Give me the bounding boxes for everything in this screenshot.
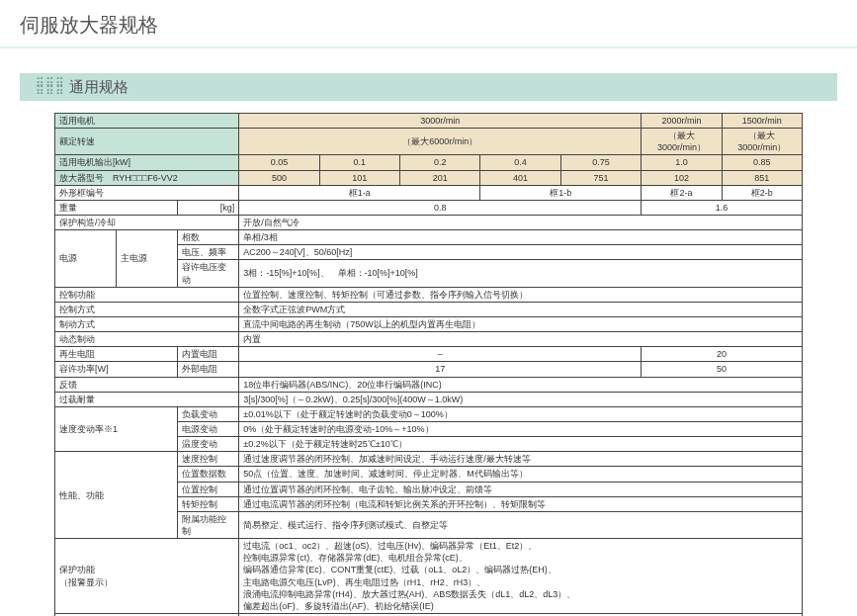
cell-auxfn-val: 简易整定、模式运行、指令序列测试模式、自整定等 — [239, 511, 803, 538]
cell-power-label: 适用电机输出[kW] — [55, 155, 239, 170]
cell-perf-label: 性能、功能 — [55, 452, 178, 539]
cell-overload-label: 过载耐量 — [55, 392, 239, 406]
cell-power-1: 0.1 — [319, 155, 399, 170]
cell-allowW-left: 17 — [239, 362, 642, 377]
cell-cool-label: 保护构造/冷却 — [55, 215, 239, 229]
cell-src-label: 电源 — [55, 230, 117, 288]
cell-amp-0: 500 — [239, 170, 319, 185]
cell-phase-label: 相数 — [178, 230, 239, 245]
cell-power-2: 0.2 — [400, 155, 480, 170]
cell-rated-2000: （最大3000r/min） — [642, 129, 722, 155]
cell-amp-5: 102 — [642, 170, 722, 185]
cell-pwrvar-val: 0%（处于额定转速时的电源变动-10%～+10%） — [239, 421, 803, 436]
cell-power-3: 0.4 — [480, 155, 560, 170]
cell-feedback-val: 18位串行编码器(ABS/INC)、20位串行编码器(INC) — [239, 377, 803, 392]
cell-speedvar-label: 速度变动率※1 — [55, 406, 178, 451]
cell-volt-val: AC200～240[V]、50/60[Hz] — [239, 245, 803, 260]
cell-weight-unit: [kg] — [178, 200, 239, 215]
cell-protect-val: 过电流（oc1、oc2）、超速(oS)、过电压(Hv)、编码器异常（Et1、Et… — [239, 539, 803, 614]
cell-feedback-label: 反馈 — [55, 377, 239, 392]
cell-brake-val: 直流中间电路的再生制动（750W以上的机型内置再生电阻） — [239, 316, 803, 331]
cell-allowW-right: 50 — [642, 362, 803, 377]
cell-loadvar-label: 负载变动 — [178, 406, 239, 421]
cell-amp-3: 401 — [480, 170, 560, 185]
cell-loadvar-val: ±0.01%以下（处于额定转速时的负载变动0～100%） — [239, 406, 803, 421]
cell-amp-2: 201 — [400, 170, 480, 185]
cell-amp-label: 放大器型号 RYH□□□F6-VV2 — [55, 170, 239, 185]
cell-phase-val: 单相/3相 — [239, 230, 803, 245]
cell-motor-1500: 1500r/min — [722, 114, 802, 129]
cell-weight-1: 1.6 — [642, 200, 803, 215]
cell-pwrvar-label: 电源变动 — [178, 421, 239, 436]
cell-motor-2000: 2000r/min — [642, 114, 722, 129]
spec-table: 适用电机 3000r/min 2000r/min 1500r/min 额定转速 … — [54, 113, 803, 616]
cell-frame-2: 框2-a — [642, 185, 722, 200]
cell-power-0: 0.05 — [239, 155, 319, 170]
cell-power-4: 0.75 — [560, 155, 641, 170]
cell-voltvar-val: 3相：-15[%]+10[%]、 单相：-10[%]+10[%] — [239, 260, 803, 287]
cell-regen-int-label: 内置电阻 — [178, 347, 239, 362]
cell-torqctrl-label: 转矩控制 — [178, 496, 239, 511]
cell-rated-label: 额定转速 — [55, 129, 239, 155]
cell-regen-label: 再生电阻 — [55, 347, 178, 362]
cell-tempvar-label: 温度变动 — [178, 437, 239, 452]
cell-volt-label: 电压、频率 — [178, 245, 239, 260]
cell-dynbrake-label: 动态制动 — [55, 332, 239, 347]
cell-motor-3000: 3000r/min — [239, 114, 642, 129]
cell-posctrl-val: 通过位置调节器的闭环控制、电子齿轮、输出脉冲设定、前馈等 — [239, 482, 803, 496]
cell-motor-label: 适用电机 — [55, 114, 239, 129]
cell-weight-label: 重量 — [55, 200, 178, 215]
page-title: 伺服放大器规格 — [0, 0, 857, 48]
cell-posctrl-label: 位置控制 — [178, 482, 239, 496]
dots-icon: ⠿⠿⠿⠿⠿⠿ — [36, 79, 59, 95]
cell-power-5: 1.0 — [642, 155, 722, 170]
cell-protect-label: 保护功能 （报警显示） — [55, 539, 239, 614]
cell-speedctrl-label: 速度控制 — [178, 452, 239, 467]
cell-allowW-label: 容许功率[W] — [55, 362, 178, 377]
cell-overload-val: 3[s]/300[%]（～0.2kW)、0.25[s]/300[%](400W～… — [239, 392, 803, 406]
cell-torqctrl-val: 通过电流调节器的闭环控制（电流和转矩比例关系的开环控制）、转矩限制等 — [239, 496, 803, 511]
cell-amp-6: 851 — [722, 170, 802, 185]
cell-speedctrl-val: 通过速度调节器的闭环控制、加减速时间设定、手动运行速度/最大转速等 — [239, 452, 803, 467]
cell-frame-1: 框1-b — [480, 185, 642, 200]
cell-frame-0: 框1-a — [239, 185, 480, 200]
cell-tempvar-val: ±0.2%以下（处于额定转速时25℃±10℃） — [239, 437, 803, 452]
cell-allowW-ext-label: 外部电阻 — [178, 362, 239, 377]
cell-main-label: 主电源 — [117, 230, 178, 288]
cell-posdata-label: 位置数据数 — [178, 467, 239, 482]
cell-rated-3000: （最大6000r/min） — [239, 129, 642, 155]
cell-power-6: 0.85 — [722, 155, 802, 170]
cell-ctrlmethod-val: 全数字式正弦波PWM方式 — [239, 302, 803, 316]
cell-ctrlmethod-label: 控制方式 — [55, 302, 239, 316]
section-header: ⠿⠿⠿⠿⠿⠿ 通用规格 — [0, 73, 857, 101]
cell-frame-label: 外形框编号 — [55, 185, 239, 200]
cell-regen-int-left: – — [239, 347, 642, 362]
cell-amp-4: 751 — [560, 170, 641, 185]
cell-ctrlfn-label: 控制功能 — [55, 287, 239, 302]
cell-dynbrake-val: 内置 — [239, 332, 803, 347]
cell-rated-1500: （最大3000r/min） — [722, 129, 802, 155]
cell-weight-0: 0.8 — [239, 200, 642, 215]
cell-auxfn-label: 附属功能控制 — [178, 511, 239, 538]
cell-voltvar-label: 容许电压变动 — [178, 260, 239, 287]
cell-amp-1: 101 — [319, 170, 399, 185]
cell-ctrlfn-val: 位置控制、速度控制、转矩控制（可通过参数、指令序列输入信号切换） — [239, 287, 803, 302]
cell-cool-val: 开放/自然气冷 — [239, 215, 803, 229]
cell-frame-3: 框2-b — [722, 185, 802, 200]
cell-regen-int-right: 20 — [642, 347, 803, 362]
cell-posdata-val: 50点（位置、速度、加速时间、减速时间、停止定时器、M代码输出等） — [239, 467, 803, 482]
section-title: 通用规格 — [69, 78, 129, 97]
cell-brake-label: 制动方式 — [55, 316, 239, 331]
